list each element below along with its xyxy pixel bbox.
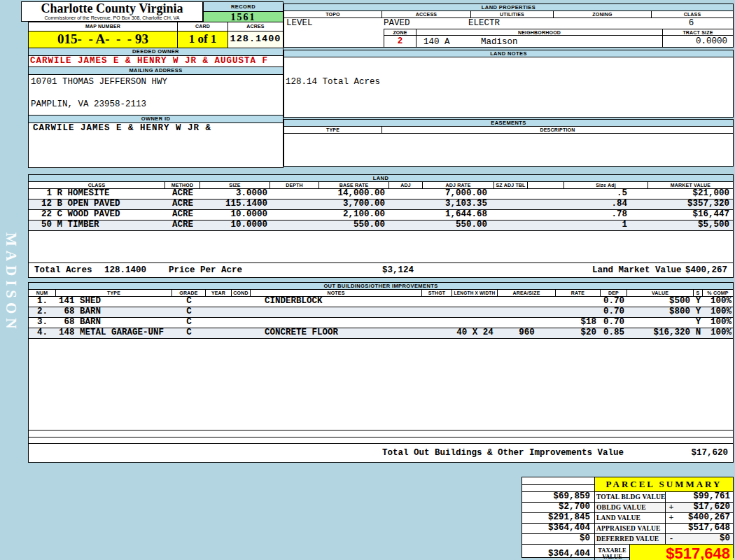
out-building-row: 2. 68 BARNC0.70$800Y100% bbox=[29, 307, 733, 318]
ob-cell: 2. bbox=[29, 307, 56, 317]
ob-cell: 68 BARN bbox=[56, 318, 172, 328]
tract-size-label: TRACT SIZE bbox=[663, 29, 733, 36]
ob-cell: C bbox=[172, 318, 206, 328]
ob-header: YEAR bbox=[206, 290, 232, 296]
ob-cell: $800 bbox=[627, 307, 694, 317]
land-header: BASE RATE bbox=[319, 182, 389, 188]
ob-cell: $16,320 bbox=[627, 328, 694, 338]
deferred-value: $0 bbox=[677, 534, 733, 544]
land-header bbox=[528, 182, 564, 188]
land-cell: 50 M TIMBER bbox=[29, 220, 165, 230]
land-cell bbox=[528, 189, 564, 199]
land-header: SIZE bbox=[200, 182, 270, 188]
ob-totals-row: Total Out Buildings & Other Improvements… bbox=[29, 443, 733, 462]
ob-cell: 148 METAL GARAGE-UNF bbox=[56, 328, 172, 338]
total-acres-value: 128.1400 bbox=[104, 265, 146, 275]
land-header: Size Adj bbox=[564, 182, 648, 188]
land-header: MARKET VALUE bbox=[648, 182, 733, 188]
land-cell: $5,500 bbox=[648, 220, 733, 230]
ob-cell: $20 bbox=[556, 328, 601, 338]
ob-cell bbox=[232, 307, 251, 317]
ob-cell: 3. bbox=[29, 318, 56, 328]
land-cell: 12 B OPEN PAVED bbox=[29, 200, 165, 209]
record-box: RECORD 1561 bbox=[203, 1, 284, 22]
utilities-value: ELECTR bbox=[468, 18, 500, 28]
land-cell bbox=[528, 210, 564, 220]
land-header: ADJ RATE bbox=[423, 182, 494, 188]
ob-cell: CONCRETE FLOOR bbox=[251, 328, 422, 338]
total-bldg-value: $99,761 bbox=[677, 492, 733, 502]
address-line2: PAMPLIN, VA 23958-2113 bbox=[31, 99, 146, 109]
land-header: DEPTH bbox=[270, 182, 319, 188]
county-title: Charlotte County Virginia bbox=[22, 2, 202, 15]
ob-cell: 0.85 bbox=[601, 328, 627, 338]
owner-id-label: OWNER ID bbox=[29, 115, 283, 123]
easements-box: EASEMENTS TYPE DESCRIPTION bbox=[284, 119, 734, 167]
land-cell bbox=[494, 189, 528, 199]
neighborhood-name: Madison bbox=[481, 37, 518, 47]
ob-cell: 0.70 bbox=[601, 318, 627, 328]
land-cell bbox=[389, 220, 423, 230]
ob-total-value: $17,620 bbox=[691, 448, 728, 458]
map-number-label: MAP NUMBER bbox=[29, 22, 178, 31]
ob-cell bbox=[498, 297, 556, 307]
land-header: METHOD bbox=[165, 182, 200, 188]
land-cell: 3.0000 bbox=[200, 189, 270, 199]
easements-title: EASEMENTS bbox=[284, 120, 733, 127]
ob-cell bbox=[206, 328, 232, 338]
summary-label: OBLDG VALUE bbox=[595, 503, 666, 512]
land-cell: .78 bbox=[564, 210, 648, 220]
ob-header: VALUE bbox=[627, 290, 694, 296]
summary-op bbox=[666, 524, 677, 533]
summary-label: TOTAL BLDG VALUE bbox=[595, 492, 666, 502]
ob-cell bbox=[452, 318, 498, 328]
ob-cell: $18 bbox=[556, 318, 601, 328]
land-cell: ACRE bbox=[165, 200, 200, 209]
access-value: PAVED bbox=[384, 18, 410, 28]
ob-cell: CINDERBLOCK bbox=[251, 297, 422, 307]
property-record-card: MADISON Charlotte County Virginia Commis… bbox=[0, 0, 735, 560]
land-row: 12 B OPEN PAVEDACRE115.14003,700.003,103… bbox=[29, 200, 733, 210]
county-title-box: Charlotte County Virginia Commissioner o… bbox=[21, 1, 203, 22]
land-header: SZ ADJ TBL bbox=[494, 182, 528, 188]
address-line1: 10701 THOMAS JEFFERSON HWY bbox=[31, 77, 167, 87]
prior-total-bldg: $69,859 bbox=[522, 492, 595, 502]
ob-cell bbox=[206, 297, 232, 307]
land-cell: 550.00 bbox=[423, 220, 494, 230]
zoning-label: ZONING bbox=[554, 11, 652, 18]
land-cell bbox=[389, 200, 423, 209]
ob-cell: 100% bbox=[703, 307, 733, 317]
ob-cell: C bbox=[172, 328, 206, 338]
land-cell: $357,320 bbox=[648, 200, 733, 209]
land-cell bbox=[270, 220, 319, 230]
ob-cell bbox=[498, 318, 556, 328]
summary-label: APPRAISED VALUE bbox=[595, 524, 666, 533]
ob-cell bbox=[422, 318, 452, 328]
prior-land: $291,845 bbox=[522, 513, 595, 523]
out-building-row: 1.141 SHEDCCINDERBLOCK0.70$500Y100% bbox=[29, 297, 733, 307]
land-cell bbox=[270, 189, 319, 199]
ob-total-label: Total Out Buildings & Other Improvements… bbox=[382, 448, 624, 458]
land-cell bbox=[528, 200, 564, 209]
summary-row: $69,859 TOTAL BLDG VALUE $99,761 bbox=[522, 491, 733, 502]
ob-header: LENGTH X WIDTH bbox=[452, 290, 498, 296]
appraised-value: $517,648 bbox=[677, 524, 733, 533]
ob-cell bbox=[232, 297, 251, 307]
land-notes-title: LAND NOTES bbox=[284, 50, 733, 57]
neighborhood-code: 140 A bbox=[424, 37, 450, 47]
neighborhood-label: NEIGHBORHOOD bbox=[416, 29, 662, 36]
taxable-label-line2: VALUE bbox=[595, 554, 629, 560]
land-cell: 115.1400 bbox=[200, 200, 270, 209]
land-cell: ACRE bbox=[165, 220, 200, 230]
price-per-acre-value: $3,124 bbox=[382, 265, 414, 275]
summary-label: DEFERRED VALUE bbox=[595, 534, 666, 544]
land-cell: 10.0000 bbox=[200, 210, 270, 220]
land-market-value-label: Land Market Value bbox=[592, 265, 682, 275]
out-buildings-box: OUT BUILDINGS/OTHER IMPROVEMENTS NUM TYP… bbox=[28, 282, 734, 463]
ob-cell: 68 BARN bbox=[56, 307, 172, 317]
ob-spacer-row bbox=[29, 430, 733, 437]
land-table-box: LAND CLASS METHOD SIZE DEPTH BASE RATE A… bbox=[28, 174, 734, 278]
ob-cell: 100% bbox=[703, 297, 733, 307]
district-vertical-label: MADISON bbox=[2, 232, 20, 333]
land-cell bbox=[389, 189, 423, 199]
